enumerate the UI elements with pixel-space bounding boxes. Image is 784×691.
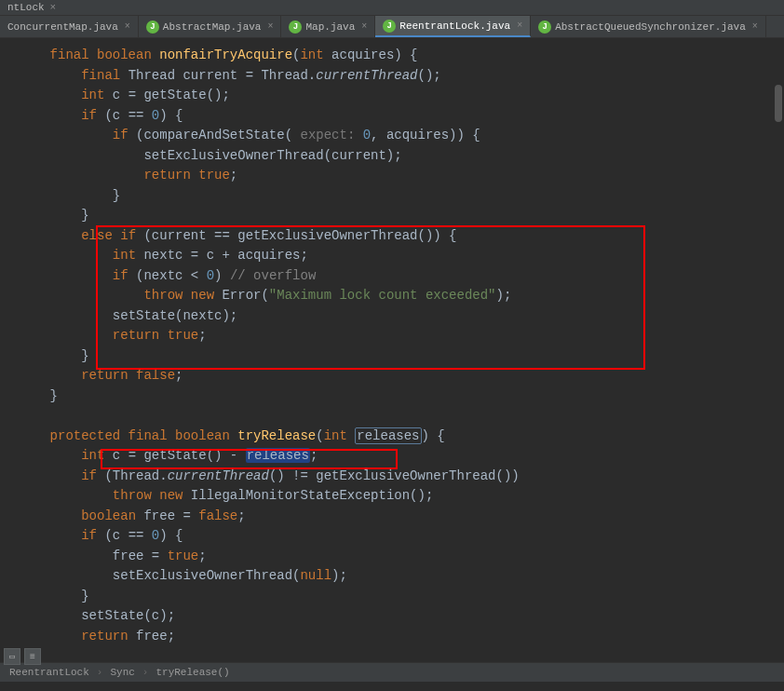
code-line: int nextc = c + acquires; xyxy=(19,246,784,266)
code-line: else if (current == getExclusiveOwnerThr… xyxy=(19,226,784,247)
tab-reentrantlock[interactable]: ReentrantLock.java × xyxy=(375,16,531,37)
code-line: setExclusiveOwnerThread(null); xyxy=(19,566,784,587)
code-line: if (c == 0) { xyxy=(19,106,784,127)
code-line: if (c == 0) { xyxy=(19,526,784,547)
title-text: ntLock xyxy=(7,2,45,13)
code-line xyxy=(19,406,784,427)
java-icon xyxy=(538,20,551,34)
code-line: setState(c); xyxy=(19,606,784,627)
code-line: final boolean nonfairTryAcquire(int acqu… xyxy=(19,46,784,66)
code-line: throw new IllegalMonitorStateException()… xyxy=(19,486,784,507)
breadcrumb-item[interactable]: tryRelease() xyxy=(155,667,229,678)
close-icon[interactable]: × xyxy=(125,21,130,32)
vertical-scrollbar[interactable] xyxy=(773,38,782,662)
code-line: if (compareAndSetState( expect: 0, acqui… xyxy=(19,126,784,146)
title-bar: ntLock × xyxy=(0,0,784,16)
code-line: return false; xyxy=(19,366,784,386)
editor-tabs: ConcurrentMap.java × AbstractMap.java × … xyxy=(0,16,784,38)
close-icon[interactable]: × xyxy=(361,21,367,32)
bottom-tool-buttons: ▭ ≡ xyxy=(4,648,41,665)
breadcrumb-item[interactable]: ReentrantLock xyxy=(9,667,89,678)
code-line: final Thread current = Thread.currentThr… xyxy=(19,66,784,87)
code-line: return true; xyxy=(19,166,784,186)
code-line: free = true; xyxy=(19,547,784,567)
code-line: protected final boolean tryRelease(int r… xyxy=(19,427,784,447)
tab-abstractqueued[interactable]: AbstractQueuedSynchronizer.java × xyxy=(531,16,766,37)
close-icon[interactable]: × xyxy=(517,20,522,31)
tab-label: AbstractMap.java xyxy=(163,21,262,33)
code-line: } xyxy=(19,206,784,226)
code-line: setExclusiveOwnerThread(current); xyxy=(19,146,784,167)
code-line: return free; xyxy=(19,627,784,647)
tab-abstractmap[interactable]: AbstractMap.java × xyxy=(139,16,282,37)
close-icon[interactable]: × xyxy=(752,21,758,32)
java-icon xyxy=(383,20,396,33)
code-line: throw new Error("Maximum lock count exce… xyxy=(19,286,784,306)
tab-label: ConcurrentMap.java xyxy=(7,21,118,33)
close-icon[interactable]: × xyxy=(267,21,273,32)
code-line: } xyxy=(19,587,784,607)
tab-map[interactable]: Map.java × xyxy=(281,16,375,37)
java-icon xyxy=(289,20,302,34)
tab-concurrentmap[interactable]: ConcurrentMap.java × xyxy=(0,16,139,37)
breadcrumb-item[interactable]: Sync xyxy=(110,667,134,678)
tab-label: AbstractQueuedSynchronizer.java xyxy=(555,21,746,33)
code-editor[interactable]: final boolean nonfairTryAcquire(int acqu… xyxy=(0,38,784,662)
code-line: if (nextc < 0) // overflow xyxy=(19,266,784,287)
tab-label: Map.java xyxy=(305,21,355,33)
code-line: } xyxy=(19,386,784,407)
code-line: if (Thread.currentThread() != getExclusi… xyxy=(19,467,784,487)
breadcrumbs: ReentrantLock › Sync › tryRelease() xyxy=(0,662,784,682)
tool-button[interactable]: ≡ xyxy=(24,648,41,665)
code-line: return true; xyxy=(19,326,784,346)
close-icon[interactable]: × xyxy=(50,2,57,13)
code-line: int c = getState(); xyxy=(19,86,784,106)
chevron-right-icon: › xyxy=(142,667,149,678)
code-line: boolean free = false; xyxy=(19,507,784,527)
code-line: int c = getState() - releases; xyxy=(19,446,784,467)
tool-button[interactable]: ▭ xyxy=(4,648,20,665)
code-line: } xyxy=(19,346,784,367)
scrollbar-thumb[interactable] xyxy=(775,85,782,122)
code-line: setState(nextc); xyxy=(19,306,784,327)
tab-label: ReentrantLock.java xyxy=(399,20,510,32)
java-icon xyxy=(146,20,159,34)
chevron-right-icon: › xyxy=(97,667,103,678)
code-line: } xyxy=(19,186,784,207)
